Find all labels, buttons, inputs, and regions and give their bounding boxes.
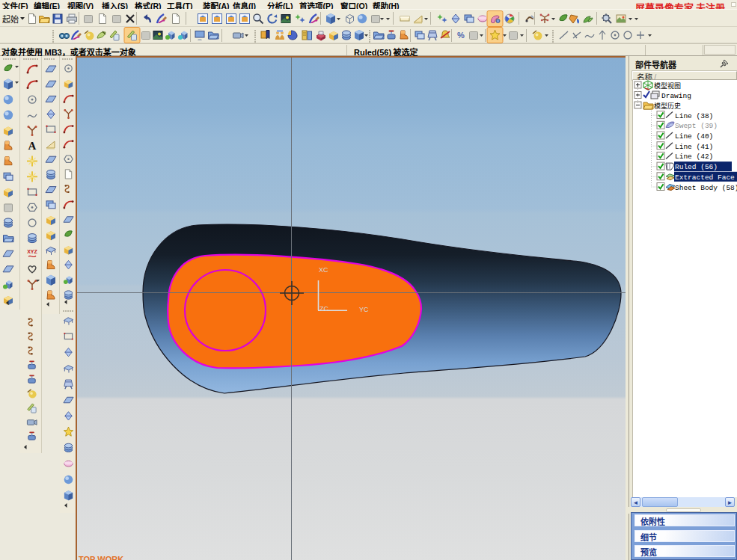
svg-text:XC: XC xyxy=(319,266,328,274)
svg-text:ZC: ZC xyxy=(319,305,328,313)
svg-text:TOP WORK: TOP WORK xyxy=(79,555,123,560)
svg-text:YC: YC xyxy=(359,306,369,313)
